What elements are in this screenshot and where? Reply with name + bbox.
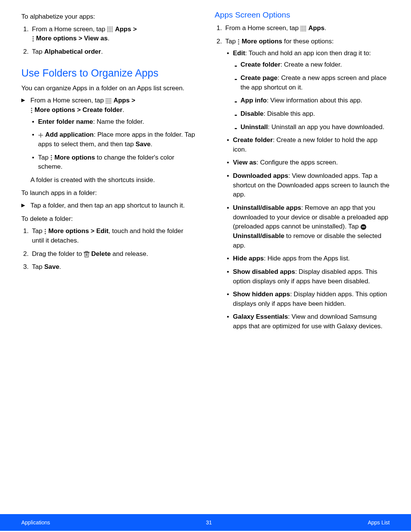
trash-icon — [84, 251, 89, 257]
list-item: App info: View information about this ap… — [233, 96, 390, 105]
list-item: Downloaded apps: View downloaded apps. T… — [225, 171, 390, 200]
list-item: Uninstall/disable apps: Remove an app th… — [225, 203, 390, 250]
step-item: Tap a folder, and then tap an app shortc… — [21, 201, 196, 211]
list-item: Tap More options to change the folder's … — [30, 153, 196, 172]
folders-intro: You can organize Apps in a folder on an … — [21, 84, 196, 93]
apps-options-steps: From a Home screen, tap Apps. Tap More o… — [215, 24, 390, 331]
heading-apps-screen-options: Apps Screen Options — [215, 9, 390, 21]
page-footer: Applications 31 Apps List — [0, 514, 411, 531]
list-item: Add application: Place more apps in the … — [30, 130, 196, 149]
folder-created-note: A folder is created with the shortcuts i… — [30, 176, 196, 185]
list-item: Galaxy Essentials: View and download Sam… — [225, 312, 390, 331]
list-item: Create folder: Create a new folder to ho… — [225, 136, 390, 154]
minus-circle-icon — [360, 224, 366, 230]
list-item: Enter folder name: Name the folder. — [30, 117, 196, 127]
list-item: View as: Configure the apps screen. — [225, 158, 390, 168]
alphabetize-steps: From a Home screen, tap Apps > More opti… — [21, 25, 196, 57]
right-column: Apps Screen Options From a Home screen, … — [215, 9, 390, 514]
left-column: To alphabetize your apps: From a Home sc… — [21, 9, 196, 514]
delete-steps: Tap More options > Edit, touch and hold … — [21, 227, 196, 272]
more-options-icon — [30, 107, 33, 113]
launch-steps: Tap a folder, and then tap an app shortc… — [21, 201, 196, 211]
list-item: Edit: Touch and hold an app icon then dr… — [225, 49, 390, 132]
list-item: Disable: Disable this app. — [233, 109, 390, 119]
page-content: To alphabetize your apps: From a Home sc… — [0, 0, 411, 514]
step-item: From a Home screen, tap Apps > More opti… — [21, 96, 196, 185]
edit-sublist: Create folder: Create a new folder. Crea… — [233, 60, 390, 132]
apps-grid-icon — [300, 26, 306, 32]
more-options-icon — [237, 39, 240, 45]
list-item: Create folder: Create a new folder. — [233, 60, 390, 70]
apps-grid-icon — [107, 26, 113, 32]
delete-intro: To delete a folder: — [21, 214, 196, 224]
alphabetize-intro: To alphabetize your apps: — [21, 12, 196, 22]
list-item: Create page: Create a new apps screen an… — [233, 73, 390, 92]
list-item: Show disabled apps: Display disabled app… — [225, 267, 390, 286]
more-options-icon — [32, 36, 34, 42]
heading-use-folders: Use Folders to Organize Apps — [21, 66, 196, 81]
step-item: From a Home screen, tap Apps > More opti… — [30, 25, 196, 43]
step-item: Tap More options > Edit, touch and hold … — [30, 227, 196, 245]
list-item: Hide apps: Hide apps from the Apps list. — [225, 254, 390, 264]
more-options-icon — [50, 155, 53, 161]
launch-intro: To launch apps in a folder: — [21, 189, 196, 198]
footer-left: Applications — [21, 519, 50, 526]
folders-main-step: From a Home screen, tap Apps > More opti… — [21, 96, 196, 185]
apps-grid-icon — [105, 98, 112, 104]
more-options-icon — [44, 228, 46, 235]
footer-page-number: 31 — [206, 519, 212, 526]
footer-right: Apps List — [368, 519, 390, 526]
list-item: Uninstall: Uninstall an app you have dow… — [233, 123, 390, 132]
list-item: Show hidden apps: Display hidden apps. T… — [225, 290, 390, 308]
step-item: Tap Save. — [30, 262, 196, 272]
folder-substeps: Enter folder name: Name the folder. Add … — [30, 117, 196, 172]
options-list: Edit: Touch and hold an app icon then dr… — [225, 49, 390, 331]
step-item: Tap More options for these options: Edit… — [224, 37, 390, 331]
step-item: From a Home screen, tap Apps. — [224, 24, 390, 33]
step-item: Drag the folder to Delete and release. — [30, 249, 196, 259]
plus-icon — [38, 133, 43, 138]
step-item: Tap Alphabetical order. — [30, 47, 196, 57]
